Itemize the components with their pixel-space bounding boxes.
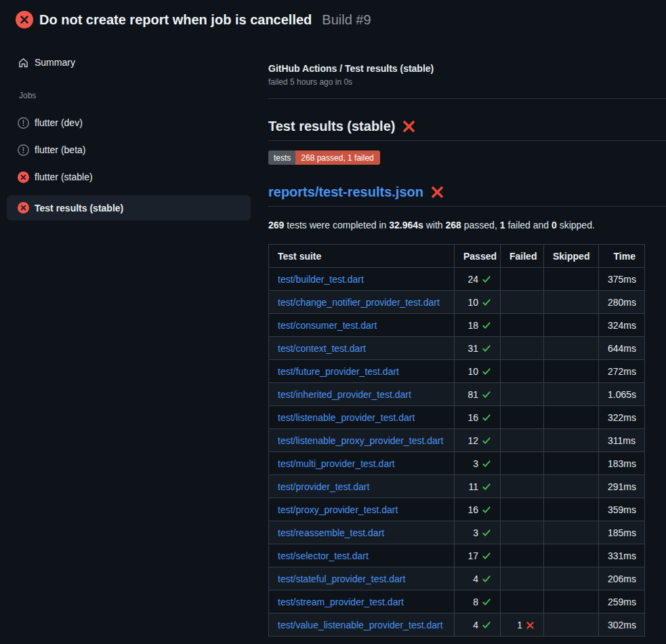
col-failed: Failed [501,245,544,268]
suite-cell: test/reassemble_test.dart [269,521,455,544]
col-test-suite: Test suite [269,245,455,268]
suite-cell: test/provider_test.dart [269,475,455,498]
cancelled-icon [18,117,29,129]
suite-link[interactable]: test/stream_provider_test.dart [278,597,404,607]
time-cell: 359ms [599,498,645,521]
suite-cell: test/builder_test.dart [269,268,455,291]
sidebar-item-test-results-stable[interactable]: Test results (stable) [7,195,251,220]
suite-link[interactable]: test/value_listenable_provider_test.dart [278,620,443,630]
suite-link[interactable]: test/future_provider_test.dart [278,366,399,377]
suite-cell: test/listenable_proxy_provider_test.dart [269,429,455,452]
report-file-link[interactable]: reports/test-results.json [268,184,423,200]
tests-badge-value: 268 passed, 1 failed [295,150,379,165]
time-cell: 302ms [599,613,645,637]
skipped-cell [544,383,599,406]
sidebar-item-flutter-dev[interactable]: flutter (dev) [7,114,251,132]
results-table: Test suite Passed Failed Skipped Time te… [268,244,645,637]
time-cell: 324ms [599,314,645,337]
passed-cell: 17 [455,544,501,567]
failed-cell: 1 [501,613,544,637]
table-row: test/context_test.dart 31 644ms [269,337,645,360]
skipped-cell [544,268,599,291]
failed-cell [501,544,544,567]
failed-icon [18,172,29,183]
count-value: 31 [467,343,478,354]
count-value: 17 [467,550,478,561]
failed-cell [501,268,544,291]
skipped-cell [544,406,599,429]
skipped-cell [544,452,599,475]
table-row: test/selector_test.dart 17 331ms [269,544,645,567]
suite-link[interactable]: test/inherited_provider_test.dart [278,389,411,400]
suite-link[interactable]: test/stateful_provider_test.dart [278,573,405,584]
skipped-cell [544,590,599,613]
failed-cell [501,360,544,383]
time-cell: 280ms [599,291,645,314]
run-title: Do not create report when job is cancell… [39,12,312,28]
count-value: 10 [467,366,478,377]
suite-link[interactable]: test/listenable_provider_test.dart [278,412,415,423]
passed-cell: 24 [455,268,501,291]
run-failed-icon [16,11,33,28]
passed-cell: 12 [455,429,501,452]
suite-link[interactable]: test/proxy_provider_test.dart [278,504,398,515]
suite-cell: test/selector_test.dart [269,544,455,567]
skipped-cell [544,360,599,383]
sidebar-item-flutter-stable[interactable]: flutter (stable) [7,168,251,186]
sidebar-item-summary[interactable]: Summary [7,54,251,71]
skipped-cell [544,521,599,544]
time-cell: 291ms [599,475,645,498]
suite-link[interactable]: test/change_notifier_provider_test.dart [278,297,440,308]
sidebar-job-label: flutter (dev) [35,117,83,128]
failed-cell [501,383,544,406]
suite-link[interactable]: test/provider_test.dart [278,481,369,492]
check-icon [482,459,491,468]
skipped-cell [544,314,599,337]
passed-cell: 3 [455,452,501,475]
table-row: test/builder_test.dart 24 375ms [269,268,645,291]
table-row: test/stateful_provider_test.dart 4 206ms [269,567,645,590]
suite-link[interactable]: test/listenable_proxy_provider_test.dart [278,435,443,446]
table-row: test/value_listenable_provider_test.dart… [269,613,645,637]
table-header-row: Test suite Passed Failed Skipped Time [269,245,645,268]
passed-cell: 81 [455,383,501,406]
check-icon [482,298,491,307]
time-cell: 322ms [599,406,645,429]
sidebar-job-label: Test results (stable) [35,203,123,214]
passed-cell: 4 [455,567,501,590]
table-row: test/proxy_provider_test.dart 16 359ms [269,498,645,521]
skipped-cell [544,291,599,314]
count-value: 3 [473,458,478,469]
count-value: 1 [517,620,522,630]
main-panel: GitHub Actions / Test results (stable) f… [257,38,666,637]
check-icon [482,367,491,376]
suite-cell: test/consumer_test.dart [269,314,455,337]
suite-link[interactable]: test/context_test.dart [278,343,366,354]
failed-cell [501,498,544,521]
tests-badge: tests 268 passed, 1 failed [268,150,380,165]
suite-link[interactable]: test/builder_test.dart [278,274,364,285]
skipped-cell [544,567,599,590]
suite-link[interactable]: test/consumer_test.dart [278,320,377,331]
run-status-text: failed 5 hours ago in 0s [268,77,666,87]
check-icon [482,482,491,491]
count-value: 18 [467,320,478,331]
section-heading-text: Test results (stable) [268,119,395,134]
skipped-cell [544,613,599,637]
passed-cell: 10 [455,360,501,383]
suite-link[interactable]: test/selector_test.dart [278,550,369,561]
failed-cell [501,337,544,360]
suite-link[interactable]: test/multi_provider_test.dart [278,458,395,469]
skipped-cell [544,429,599,452]
table-row: test/future_provider_test.dart 10 272ms [269,360,645,383]
sidebar-item-flutter-beta[interactable]: flutter (beta) [7,141,251,159]
time-cell: 311ms [599,429,645,452]
failed-cell [501,406,544,429]
suite-link[interactable]: test/reassemble_test.dart [278,527,384,538]
time-cell: 644ms [599,337,645,360]
time-cell: 259ms [599,590,645,613]
suite-cell: test/stream_provider_test.dart [269,590,455,613]
skipped-cell [544,544,599,567]
count-value: 24 [467,274,478,285]
time-cell: 206ms [599,567,645,590]
